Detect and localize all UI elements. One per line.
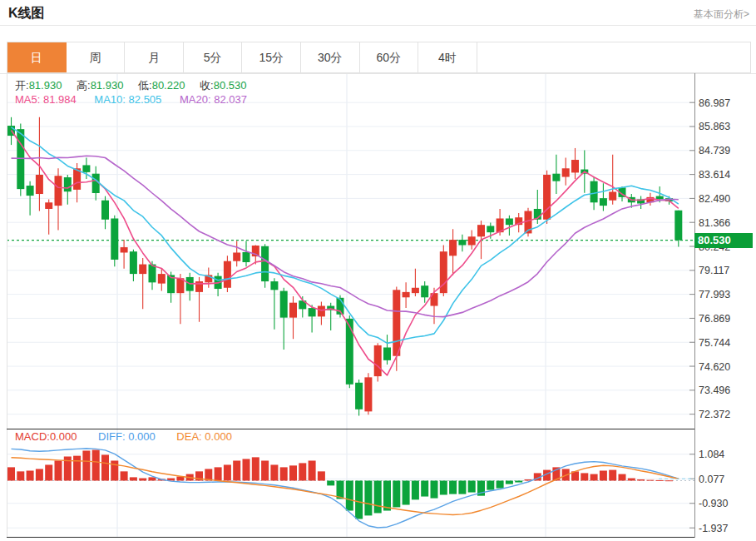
low-value: 80.220 — [152, 79, 185, 92]
open-value: 81.930 — [29, 79, 62, 92]
dea-label: DEA: — [176, 430, 201, 443]
open-label: 开: — [15, 79, 29, 92]
svg-text:-0.930: -0.930 — [699, 498, 728, 509]
svg-text:1.084: 1.084 — [699, 449, 724, 460]
low-label: 低: — [138, 79, 152, 92]
svg-text:76.869: 76.869 — [699, 313, 730, 325]
ma-row: MA5: 81.984 MA10: 82.505 MA20: 82.037 — [15, 93, 247, 106]
svg-text:81.366: 81.366 — [699, 217, 730, 229]
svg-text:77.993: 77.993 — [699, 289, 730, 300]
macd-value: 0.000 — [50, 430, 77, 443]
high-value: 81.930 — [91, 79, 124, 92]
svg-text:72.372: 72.372 — [699, 409, 730, 420]
diff-value: 0.000 — [128, 430, 156, 443]
svg-text:73.496: 73.496 — [699, 385, 730, 396]
price-badge: 80.530 — [694, 233, 753, 248]
macd-header-row: MACD:0.000 DIFF: 0.000 DEA: 0.000 — [15, 430, 232, 443]
svg-text:84.739: 84.739 — [699, 145, 730, 156]
ma5-value: 81.984 — [43, 93, 77, 106]
dea-value: 0.000 — [205, 430, 232, 443]
svg-text:74.620: 74.620 — [699, 361, 730, 373]
ma10-value: 82.505 — [129, 93, 162, 106]
ma10-label: MA10: — [94, 93, 126, 106]
svg-text:75.744: 75.744 — [699, 337, 730, 349]
svg-text:83.614: 83.614 — [699, 169, 730, 181]
svg-text:82.490: 82.490 — [699, 193, 730, 205]
ma20-value: 82.037 — [214, 93, 247, 106]
macd-label: MACD: — [15, 430, 50, 443]
ma20-label: MA20: — [180, 93, 211, 106]
diff-label: DIFF: — [98, 430, 126, 443]
svg-text:-1.937: -1.937 — [699, 523, 728, 534]
svg-text:85.863: 85.863 — [699, 121, 730, 132]
svg-text:79.117: 79.117 — [699, 265, 729, 276]
close-value: 80.530 — [214, 79, 247, 92]
ma5-label: MA5: — [15, 93, 40, 106]
ohlc-row: 开:81.930 高:81.930 低:80.220 收:80.530 — [15, 78, 258, 93]
svg-text:86.987: 86.987 — [699, 97, 730, 109]
high-label: 高: — [77, 79, 91, 92]
close-label: 收: — [200, 79, 214, 92]
svg-text:0.077: 0.077 — [699, 474, 724, 485]
